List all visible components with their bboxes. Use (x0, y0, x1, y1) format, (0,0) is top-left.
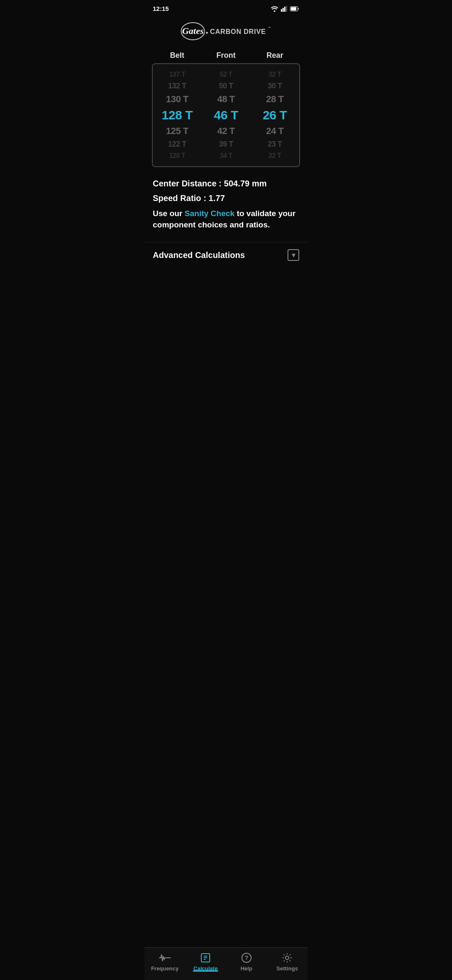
picker-cell-belt: 132 T (153, 82, 202, 90)
picker-cell-belt: 122 T (153, 140, 202, 149)
advanced-row[interactable]: Advanced Calculations (144, 242, 308, 268)
picker-cell-front: 34 T (202, 152, 251, 160)
info-section: Center Distance : 504.79 mm Speed Ratio … (144, 174, 308, 242)
svg-rect-6 (291, 7, 296, 10)
picker-cell-belt: 137 T (153, 71, 202, 78)
front-header: Front (202, 51, 251, 60)
column-headers: Belt Front Rear (144, 51, 308, 60)
picker-cell-rear: 24 T (250, 126, 299, 137)
picker-cell-front: 48 T (202, 94, 251, 105)
picker-cell-rear: 26 T (250, 108, 299, 122)
picker-cell-belt: 120 T (153, 152, 202, 160)
picker-box[interactable]: 137 T52 T32 T132 T50 T30 T130 T48 T28 T1… (152, 63, 300, 167)
picker-cell-front: 52 T (202, 71, 251, 78)
picker-cell-front: 46 T (202, 108, 251, 122)
belt-header: Belt (153, 51, 202, 60)
svg-text:CARBON DRIVE: CARBON DRIVE (210, 28, 266, 35)
picker-row[interactable]: 120 T34 T22 T (153, 150, 299, 161)
picker-cell-belt: 128 T (153, 108, 202, 122)
picker-row[interactable]: 137 T52 T32 T (153, 69, 299, 80)
picker-cell-belt: 125 T (153, 126, 202, 137)
picker-row[interactable]: 122 T39 T23 T (153, 138, 299, 150)
svg-rect-4 (286, 6, 287, 12)
gates-logo: Gates CARBON DRIVE ™ (180, 20, 272, 43)
picker-cell-rear: 30 T (250, 82, 299, 90)
picker-row[interactable]: 128 T46 T26 T (153, 106, 299, 124)
status-icons (271, 6, 299, 12)
rear-header: Rear (250, 51, 299, 60)
logo-container: Gates CARBON DRIVE ™ (144, 15, 308, 51)
picker-rows: 137 T52 T32 T132 T50 T30 T130 T48 T28 T1… (153, 69, 299, 161)
picker-cell-belt: 130 T (153, 94, 202, 105)
picker-cell-rear: 28 T (250, 94, 299, 105)
picker-row[interactable]: 132 T50 T30 T (153, 80, 299, 92)
chevron-down-icon[interactable] (288, 249, 299, 261)
sanity-prefix: Use our (153, 209, 185, 218)
speed-ratio: Speed Ratio : 1.77 (153, 193, 299, 203)
svg-point-9 (206, 32, 208, 34)
picker-cell-front: 50 T (202, 82, 251, 90)
sanity-link[interactable]: Sanity Check (185, 209, 234, 218)
svg-rect-2 (282, 8, 284, 12)
center-distance: Center Distance : 504.79 mm (153, 179, 299, 188)
svg-rect-3 (284, 7, 285, 12)
picker-cell-rear: 23 T (250, 140, 299, 149)
picker-cell-front: 39 T (202, 140, 251, 149)
picker-cell-rear: 22 T (250, 152, 299, 160)
svg-rect-1 (281, 9, 282, 12)
svg-text:™: ™ (268, 26, 271, 30)
sanity-text: Use our Sanity Check to validate your co… (153, 208, 299, 230)
status-bar: 12:15 (144, 0, 308, 15)
picker-row[interactable]: 130 T48 T28 T (153, 92, 299, 106)
wifi-icon (271, 6, 278, 12)
battery-icon (290, 6, 299, 11)
picker-cell-rear: 32 T (250, 71, 299, 78)
picker-cell-front: 42 T (202, 126, 251, 137)
advanced-label: Advanced Calculations (153, 250, 245, 260)
svg-point-0 (274, 10, 275, 12)
time: 12:15 (153, 5, 169, 12)
picker-row[interactable]: 125 T42 T24 T (153, 124, 299, 138)
svg-text:Gates: Gates (182, 26, 203, 36)
signal-icon (281, 6, 288, 12)
